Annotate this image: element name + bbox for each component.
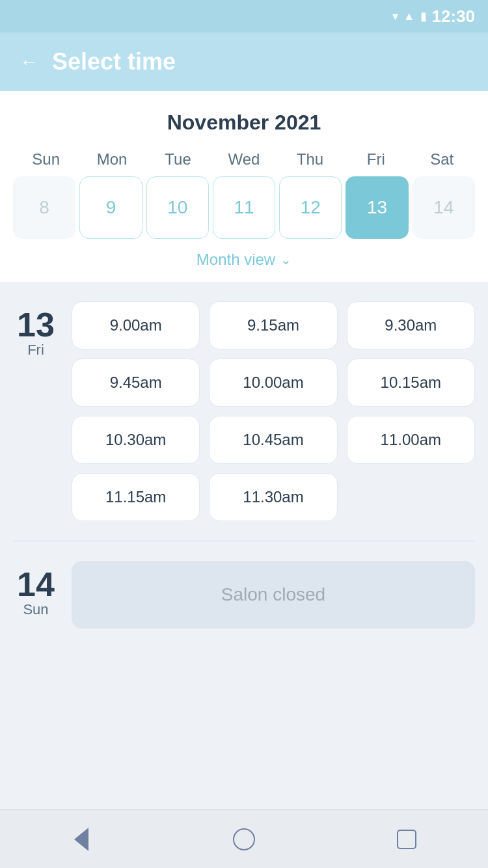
time-grid-13: 9.00am 9.15am 9.30am 9.45am 10.00am 10.1… (72, 301, 475, 521)
time-slot-1045am[interactable]: 10.45am (209, 416, 337, 464)
day-label-13: 13 Fri (13, 301, 59, 521)
time-slot-1015am[interactable]: 10.15am (347, 359, 475, 407)
status-time: 12:30 (432, 7, 476, 27)
signal-icon: ▲ (403, 10, 415, 23)
day-number-14: 14 (17, 567, 55, 601)
time-slot-1115am[interactable]: 11.15am (72, 473, 200, 521)
day-header-sat: Sat (409, 150, 475, 169)
month-title: November 2021 (13, 111, 475, 135)
time-slot-915am[interactable]: 9.15am (209, 301, 337, 349)
bottom-nav (0, 809, 488, 868)
day-cells: 8 9 10 11 12 13 14 (13, 176, 475, 239)
month-view-label: Month view (197, 251, 275, 269)
section-divider (13, 541, 475, 541)
calendar-section: November 2021 Sun Mon Tue Wed Thu Fri Sa… (0, 91, 488, 282)
status-icons: ▾ ▲ ▮ 12:30 (392, 7, 475, 27)
time-slot-1100am[interactable]: 11.00am (347, 416, 475, 464)
nav-recents-button[interactable] (390, 823, 423, 856)
day-header-wed: Wed (211, 150, 277, 169)
time-slot-1030am[interactable]: 10.30am (72, 416, 200, 464)
recents-nav-icon (397, 830, 416, 849)
day-name-13: Fri (27, 342, 44, 359)
day-headers: Sun Mon Tue Wed Thu Fri Sat (13, 150, 475, 169)
back-button[interactable]: ← (20, 51, 39, 73)
time-slot-1000am[interactable]: 10.00am (209, 359, 337, 407)
home-nav-icon (233, 828, 255, 850)
salon-closed-message: Salon closed (72, 561, 475, 629)
day-header-fri: Fri (343, 150, 409, 169)
day-name-14: Sun (23, 601, 48, 618)
day-number-13: 13 (17, 308, 55, 342)
day-cell-8[interactable]: 8 (13, 176, 75, 239)
status-bar: ▾ ▲ ▮ 12:30 (0, 0, 488, 33)
time-section: 13 Fri 9.00am 9.15am 9.30am 9.45am 10.00… (0, 282, 488, 809)
chevron-down-icon: ⌄ (280, 252, 291, 267)
header: ← Select time (0, 33, 488, 91)
nav-home-button[interactable] (228, 823, 260, 856)
page-title: Select time (52, 48, 176, 75)
day-cell-12[interactable]: 12 (279, 176, 342, 239)
day-header-sun: Sun (13, 150, 79, 169)
day-cell-9[interactable]: 9 (79, 176, 142, 239)
time-slot-930am[interactable]: 9.30am (347, 301, 475, 349)
time-slot-1130am[interactable]: 11.30am (209, 473, 337, 521)
day-label-14: 14 Sun (13, 561, 59, 618)
back-nav-icon (74, 828, 88, 851)
day-cell-11[interactable]: 11 (213, 176, 275, 239)
day-header-mon: Mon (79, 150, 144, 169)
nav-back-button[interactable] (65, 823, 98, 856)
day-header-thu: Thu (277, 150, 343, 169)
day-cell-13[interactable]: 13 (346, 176, 408, 239)
day-header-tue: Tue (145, 150, 211, 169)
month-view-toggle[interactable]: Month view ⌄ (13, 251, 475, 269)
day-block-13: 13 Fri 9.00am 9.15am 9.30am 9.45am 10.00… (13, 301, 475, 521)
wifi-icon: ▾ (392, 9, 398, 23)
day-cell-14[interactable]: 14 (413, 176, 475, 239)
day-block-14: 14 Sun Salon closed (13, 561, 475, 629)
time-slot-900am[interactable]: 9.00am (72, 301, 200, 349)
time-slot-945am[interactable]: 9.45am (72, 359, 200, 407)
day-cell-10[interactable]: 10 (146, 176, 209, 239)
battery-icon: ▮ (420, 9, 427, 23)
